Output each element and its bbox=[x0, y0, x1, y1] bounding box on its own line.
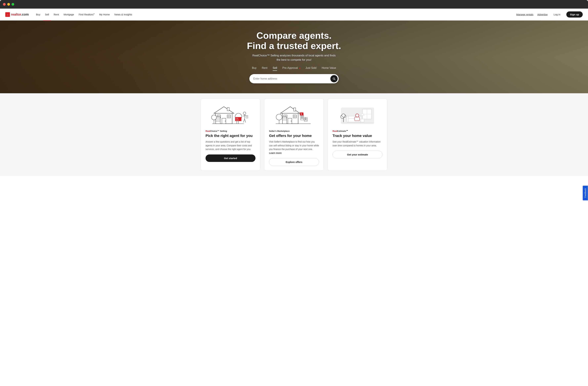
svg-rect-29 bbox=[246, 115, 248, 118]
svg-line-27 bbox=[243, 119, 245, 122]
learn-more-link[interactable]: Learn more bbox=[269, 152, 282, 154]
nav-my-home[interactable]: My Home bbox=[97, 12, 112, 17]
svg-rect-35 bbox=[294, 108, 296, 111]
search-icon bbox=[332, 77, 336, 80]
signup-button[interactable]: Sign up bbox=[566, 11, 583, 18]
svg-rect-44 bbox=[282, 117, 287, 124]
browser-body: ⌂ realtor.com Buy Sell Rent Mortgage Fin… bbox=[0, 9, 588, 386]
realchoice-title: Pick the right agent for you bbox=[206, 134, 255, 138]
svg-text:FOR: FOR bbox=[236, 118, 238, 119]
for-sale-illustration: FOR SALE bbox=[211, 104, 250, 126]
nav-links: Buy Sell Rent Mortgage Find Realtors® My… bbox=[34, 12, 516, 17]
svg-line-28 bbox=[245, 119, 246, 122]
svg-point-76 bbox=[342, 114, 345, 117]
svg-text:$: $ bbox=[301, 113, 302, 115]
realestimate-cta[interactable]: Get your estimate bbox=[333, 151, 382, 158]
search-bar bbox=[249, 74, 339, 83]
realchoice-illustration: FOR SALE bbox=[206, 103, 255, 127]
marketplace-title: Get offers for your home bbox=[269, 134, 319, 138]
tab-buy[interactable]: Buy bbox=[252, 66, 257, 71]
search-button[interactable] bbox=[330, 75, 338, 82]
marketplace-desc: Visit Seller's Marketplace to find out h… bbox=[269, 140, 319, 155]
hero-subtitle: RealChoice™ Selling analyzes thousands o… bbox=[247, 53, 341, 62]
realchoice-desc: Answer a few questions and get a list of… bbox=[206, 140, 255, 151]
realestimate-title: Track your home value bbox=[333, 134, 382, 138]
svg-marker-34 bbox=[280, 107, 300, 113]
tab-sell[interactable]: Sell bbox=[273, 66, 277, 71]
marketplace-card: $ $ $ $ $ $ Seller's Marketplace Get off… bbox=[264, 99, 324, 171]
realestimate-badge: RealEstimate℠ bbox=[333, 130, 382, 132]
navbar: ⌂ realtor.com Buy Sell Rent Mortgage Fin… bbox=[0, 9, 588, 21]
logo-text: realtor.com bbox=[11, 13, 29, 16]
close-button[interactable] bbox=[3, 3, 6, 6]
realchoice-cta[interactable]: Get started bbox=[206, 154, 255, 162]
svg-rect-69 bbox=[347, 116, 348, 122]
logo[interactable]: ⌂ realtor.com bbox=[5, 12, 29, 17]
minimize-button[interactable] bbox=[7, 3, 10, 6]
manage-rentals-link[interactable]: Manage rentals bbox=[516, 13, 533, 16]
estimate-illustration-svg bbox=[339, 104, 376, 126]
svg-point-37 bbox=[291, 121, 292, 121]
logo-icon: ⌂ bbox=[5, 12, 10, 17]
marketplace-illustration-svg: $ $ $ $ $ $ bbox=[274, 104, 314, 126]
svg-text:SALE: SALE bbox=[236, 119, 239, 121]
hero-title: Compare agents. Find a trusted expert. bbox=[247, 30, 341, 51]
search-input[interactable] bbox=[253, 77, 330, 80]
svg-point-24 bbox=[243, 112, 246, 115]
svg-text:$: $ bbox=[305, 119, 306, 120]
realestimate-card: RealEstimate℠ Track your home value See … bbox=[328, 99, 387, 171]
realestimate-desc: See your RealEstimate℠ valuation informa… bbox=[333, 140, 382, 147]
svg-rect-53 bbox=[304, 120, 307, 121]
search-tabs: Buy Rent Sell Pre-Approval Just Sold Hom… bbox=[247, 66, 341, 71]
nav-sell[interactable]: Sell bbox=[43, 12, 51, 17]
svg-rect-3 bbox=[227, 107, 229, 111]
login-button[interactable]: Log in bbox=[552, 12, 562, 17]
svg-point-47 bbox=[276, 114, 282, 120]
svg-rect-78 bbox=[360, 119, 364, 120]
window-chrome bbox=[0, 0, 588, 9]
tab-rent[interactable]: Rent bbox=[262, 66, 267, 71]
svg-point-71 bbox=[356, 114, 359, 117]
marketplace-illustration: $ $ $ $ $ $ bbox=[269, 103, 319, 127]
realchoice-badge: RealChoice™ Selling bbox=[206, 130, 255, 132]
nav-right: Manage rentals Advertise Log in Sign up bbox=[516, 11, 583, 18]
hero-section: Compare agents. Find a trusted expert. R… bbox=[0, 21, 588, 93]
svg-point-5 bbox=[225, 121, 226, 121]
svg-point-18 bbox=[211, 115, 216, 120]
nav-mortgage[interactable]: Mortgage bbox=[62, 12, 76, 17]
tab-home-value[interactable]: Home Value bbox=[322, 66, 336, 71]
svg-text:$: $ bbox=[302, 117, 302, 119]
tab-preapproval[interactable]: Pre-Approval bbox=[282, 66, 300, 71]
svg-marker-2 bbox=[214, 107, 234, 113]
marketplace-cta[interactable]: Explore offers bbox=[269, 158, 319, 166]
marketplace-badge: Seller's Marketplace bbox=[269, 130, 319, 132]
nav-news[interactable]: News & Insights bbox=[112, 12, 134, 17]
tab-just-sold[interactable]: Just Sold bbox=[306, 66, 316, 71]
cards-section: FOR SALE RealChoice™ Selling bbox=[0, 93, 588, 176]
advertise-link[interactable]: Advertise bbox=[537, 13, 548, 16]
realestimate-illustration bbox=[333, 103, 382, 127]
nav-buy[interactable]: Buy bbox=[34, 12, 42, 17]
realchoice-card: FOR SALE RealChoice™ Selling bbox=[201, 99, 260, 171]
maximize-button[interactable] bbox=[12, 3, 14, 6]
nav-rent[interactable]: Rent bbox=[52, 12, 61, 17]
nav-find-realtors[interactable]: Find Realtors® bbox=[77, 12, 97, 17]
svg-rect-49 bbox=[301, 119, 304, 120]
hero-content: Compare agents. Find a trusted expert. R… bbox=[244, 30, 344, 83]
svg-rect-72 bbox=[355, 117, 359, 121]
